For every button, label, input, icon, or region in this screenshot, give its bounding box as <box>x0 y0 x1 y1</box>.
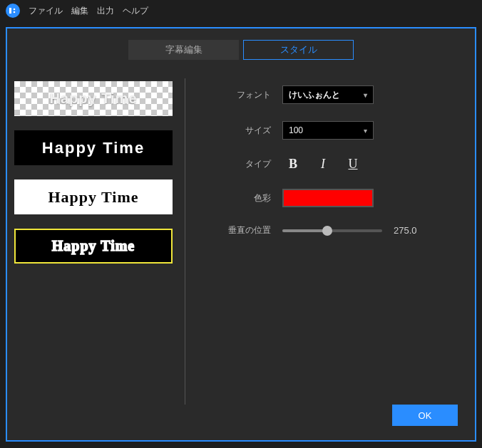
chevron-down-icon: ▾ <box>364 91 367 99</box>
menu-output[interactable]: 出力 <box>97 5 114 17</box>
ok-button[interactable]: OK <box>392 405 458 426</box>
size-label: サイズ <box>207 125 271 137</box>
vpos-slider[interactable] <box>282 229 382 232</box>
menu-edit[interactable]: 編集 <box>71 5 88 17</box>
preset-item[interactable]: Happy Time <box>14 179 173 214</box>
font-select[interactable]: けいふぉんと ▾ <box>282 85 374 104</box>
app-icon <box>6 4 20 18</box>
menu-file[interactable]: ファイル <box>29 5 63 17</box>
slider-fill <box>282 229 327 232</box>
vpos-value: 275.0 <box>394 225 417 236</box>
slider-thumb[interactable] <box>322 226 332 236</box>
color-swatch[interactable] <box>282 189 374 207</box>
preset-item[interactable]: Happy Time <box>14 130 173 165</box>
style-dialog: 字幕編集 スタイル Happy Time Happy Time Happy Ti… <box>6 27 476 442</box>
bold-button[interactable]: B <box>285 157 301 172</box>
italic-button[interactable]: I <box>315 157 331 172</box>
svg-point-1 <box>14 9 16 11</box>
size-select[interactable]: 100 ▾ <box>282 121 374 140</box>
svg-rect-0 <box>9 8 11 14</box>
color-label: 色彩 <box>207 192 271 204</box>
preset-item[interactable]: Happy Time <box>14 229 173 264</box>
font-value: けいふぉんと <box>289 89 340 101</box>
chevron-down-icon: ▾ <box>364 127 367 135</box>
size-value: 100 <box>289 125 303 135</box>
underline-button[interactable]: U <box>345 157 361 172</box>
menu-help[interactable]: ヘルプ <box>123 5 148 17</box>
type-label: タイプ <box>207 158 271 170</box>
tab-style[interactable]: スタイル <box>243 40 354 60</box>
font-label: フォント <box>207 89 271 101</box>
svg-point-2 <box>14 11 16 14</box>
vpos-label: 垂直の位置 <box>207 224 271 236</box>
tab-subtitle-edit[interactable]: 字幕編集 <box>128 40 239 60</box>
preset-item[interactable]: Happy Time <box>14 81 173 116</box>
preset-list: Happy Time Happy Time Happy Time Happy T… <box>14 78 185 405</box>
